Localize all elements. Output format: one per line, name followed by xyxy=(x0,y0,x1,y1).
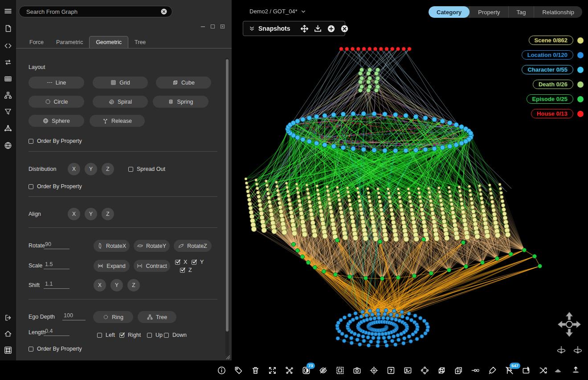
rotatez-button[interactable]: RotateZ xyxy=(174,240,212,252)
noteedit-icon[interactable] xyxy=(522,366,531,375)
contrast-icon[interactable]: 73 xyxy=(302,366,310,375)
search-clear-icon[interactable] xyxy=(160,8,167,15)
menu-icon[interactable] xyxy=(4,7,12,15)
legend-color-dot[interactable] xyxy=(577,52,584,58)
tag-icon[interactable] xyxy=(234,366,243,375)
rotate-left-icon[interactable] xyxy=(558,346,565,353)
nav-center-circle[interactable] xyxy=(566,321,572,327)
select-icon[interactable] xyxy=(336,366,344,375)
pyramid-icon[interactable] xyxy=(4,124,12,132)
axis-x-button[interactable]: X xyxy=(68,208,80,220)
contract-button[interactable]: Contract xyxy=(134,260,170,272)
scrollbar-thumb[interactable] xyxy=(226,59,229,331)
sitemap-icon[interactable] xyxy=(4,91,12,99)
file-icon[interactable] xyxy=(4,24,12,32)
scale-input[interactable]: 1.5 xyxy=(44,261,69,269)
search-input[interactable] xyxy=(26,8,160,15)
code-icon[interactable] xyxy=(4,42,12,50)
checkbox[interactable] xyxy=(164,333,169,338)
tree-button[interactable]: Tree xyxy=(138,311,176,323)
search-bar[interactable] xyxy=(19,6,172,17)
legend-color-dot[interactable] xyxy=(577,111,584,117)
close-icon[interactable] xyxy=(220,23,225,29)
legend-color-dot[interactable] xyxy=(577,37,584,44)
checkbox[interactable] xyxy=(180,268,185,273)
spring-button[interactable]: Spring xyxy=(153,96,208,108)
pan-up-arrow[interactable] xyxy=(566,312,573,320)
linkadd-icon[interactable] xyxy=(471,366,480,375)
info-icon[interactable] xyxy=(217,366,226,375)
direction-up-checkbox[interactable]: Up xyxy=(147,332,163,338)
legend-color-dot[interactable] xyxy=(577,96,584,102)
closecircle-icon[interactable] xyxy=(340,24,349,33)
legend-item[interactable]: Death 0/26 xyxy=(533,77,584,92)
legend-color-dot[interactable] xyxy=(577,81,584,88)
order-by-property-checkbox[interactable]: Order By Property xyxy=(29,138,82,144)
expand-button[interactable]: Expand xyxy=(94,260,130,272)
axis-z-button[interactable]: Z xyxy=(102,208,114,220)
legend-item[interactable]: Episode 0/25 xyxy=(527,92,584,106)
mode-tab-property[interactable]: Property xyxy=(470,6,508,18)
cube-icon[interactable] xyxy=(437,366,446,375)
frame7-icon[interactable] xyxy=(387,366,395,375)
rotatex-button[interactable]: RotateX xyxy=(94,240,130,252)
copyplus-icon[interactable] xyxy=(454,366,463,375)
legend-item[interactable]: House 0/13 xyxy=(531,106,584,121)
grid-button[interactable]: Grid xyxy=(93,77,148,89)
mode-tab-tag[interactable]: Tag xyxy=(508,6,534,18)
logout-icon[interactable] xyxy=(4,314,12,322)
mode-tab-relationship[interactable]: Relationship xyxy=(534,6,582,18)
tab-tree[interactable]: Tree xyxy=(128,36,152,48)
eyeoff-icon[interactable] xyxy=(319,366,327,375)
tab-force[interactable]: Force xyxy=(23,36,50,48)
checkbox[interactable] xyxy=(29,139,33,144)
move-icon[interactable] xyxy=(300,24,309,33)
table-icon[interactable] xyxy=(4,75,12,83)
axis-y-button[interactable]: Y xyxy=(85,208,97,220)
expand4-icon[interactable] xyxy=(268,366,277,375)
pluscircle-icon[interactable] xyxy=(327,24,335,33)
filter-icon[interactable] xyxy=(4,108,12,116)
target-icon[interactable] xyxy=(370,366,378,375)
home-icon[interactable] xyxy=(4,330,12,338)
checkbox[interactable] xyxy=(29,347,33,352)
checkbox[interactable] xyxy=(192,260,196,265)
mode-tab-category[interactable]: Category xyxy=(429,6,470,18)
circle-button[interactable]: Circle xyxy=(29,96,84,108)
command-icon[interactable] xyxy=(4,346,12,354)
spread-out-checkbox[interactable]: Spread Out xyxy=(128,166,165,172)
pan-right-arrow[interactable] xyxy=(573,321,581,328)
axis-y-button[interactable]: Y xyxy=(110,279,123,291)
project-breadcrumb[interactable]: Demo2 / GOT_04* xyxy=(249,8,306,15)
swap-icon[interactable] xyxy=(4,58,12,66)
minimize-icon[interactable] xyxy=(200,23,206,29)
legend-item[interactable]: Scene 0/862 xyxy=(529,33,584,48)
legend-item[interactable]: Location 0/120 xyxy=(522,48,584,62)
trash-icon[interactable] xyxy=(251,366,260,375)
tab-parametric[interactable]: Parametric xyxy=(50,36,89,48)
graphcut-icon[interactable] xyxy=(285,366,294,375)
rotate-right-icon[interactable] xyxy=(574,346,582,353)
checkbox[interactable] xyxy=(29,184,33,189)
flagoff-icon[interactable]: 547 xyxy=(505,366,514,375)
orbit-icon[interactable] xyxy=(421,366,429,375)
tab-geometric[interactable]: Geometric xyxy=(89,36,128,48)
resize-handle-icon[interactable] xyxy=(225,355,230,360)
chevrons-down-icon[interactable] xyxy=(249,25,255,32)
release-button[interactable]: Release xyxy=(90,115,145,127)
cube-button[interactable]: Cube xyxy=(156,77,211,89)
spiral-button[interactable]: Spiral xyxy=(93,96,148,108)
checkbox[interactable] xyxy=(128,167,133,172)
direction-down-checkbox[interactable]: Down xyxy=(164,332,187,338)
globe-icon[interactable] xyxy=(4,141,12,150)
direction-right-checkbox[interactable]: Right xyxy=(119,332,141,338)
ring-button[interactable]: Ring xyxy=(93,311,133,323)
split-icon[interactable] xyxy=(539,366,547,375)
axis-x-button[interactable]: X xyxy=(68,163,80,175)
checkbox[interactable] xyxy=(97,333,102,338)
download-icon[interactable] xyxy=(314,24,322,33)
pan-down-arrow[interactable] xyxy=(566,329,573,337)
shift-input[interactable]: 1.1 xyxy=(44,281,69,289)
axis-y-button[interactable]: Y xyxy=(85,163,97,175)
sphere-button[interactable]: Sphere xyxy=(29,115,84,127)
